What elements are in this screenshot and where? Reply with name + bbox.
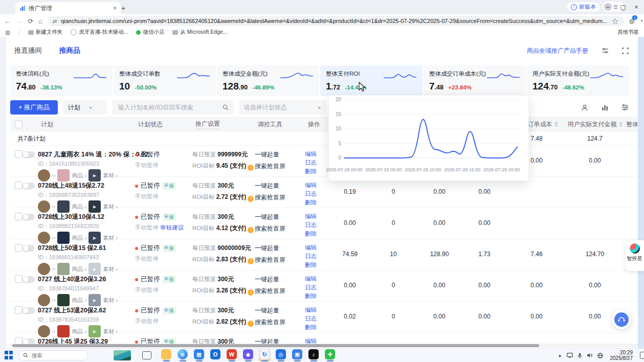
product-manual-link[interactable]: 商品全域推广产品手册 bbox=[527, 47, 588, 55]
one-key-boost[interactable]: 一键起量 bbox=[255, 306, 305, 315]
plan-title[interactable]: 0728线上30退10保4.12 bbox=[38, 213, 135, 221]
task-view-button[interactable] bbox=[142, 351, 151, 359]
action-link[interactable]: 编辑 bbox=[305, 337, 329, 344]
microsoft-store[interactable]: ▦ bbox=[193, 349, 205, 361]
plan-title[interactable]: 0827 儿童雨衣 14% 退：20% 保：9.92 bbox=[38, 150, 135, 159]
new-version-badge[interactable]: !新版本 bbox=[567, 2, 600, 12]
search-top-screen[interactable]: 搜索抢首屏 bbox=[255, 318, 305, 327]
search-top-screen[interactable]: 搜索抢首屏 bbox=[255, 193, 305, 202]
home-icon[interactable]: ⌂ bbox=[38, 17, 42, 25]
reload-icon[interactable]: ⟳ bbox=[28, 17, 33, 25]
sort-icon[interactable] bbox=[619, 122, 623, 127]
action-link[interactable]: 编辑 bbox=[305, 182, 329, 189]
action-link[interactable]: 日志 bbox=[305, 221, 329, 229]
taskbar-clock[interactable]: 20:29 2025/8/27 bbox=[610, 350, 633, 361]
row-toggle[interactable] bbox=[23, 245, 35, 252]
stat-card-0[interactable]: 整体消耗(元) 74.80 -38.13% bbox=[10, 65, 113, 96]
outlook[interactable]: O bbox=[210, 349, 221, 361]
zhitouxing-floating-widget[interactable]: 智投星 bbox=[625, 240, 644, 271]
chart-columns-icon[interactable] bbox=[602, 104, 608, 111]
window-minimize-button[interactable]: − bbox=[600, 1, 615, 14]
plan-search-input[interactable] bbox=[117, 103, 223, 111]
row-checkbox[interactable] bbox=[15, 306, 23, 314]
app-blue-ring[interactable]: ◎ bbox=[275, 349, 286, 361]
bookmark-item[interactable]: 微信小店 bbox=[136, 29, 164, 36]
customer-service-button[interactable] bbox=[612, 310, 631, 329]
action-link[interactable]: 日志 bbox=[305, 253, 329, 260]
tray-chevron-up-icon[interactable]: ▲ bbox=[558, 353, 562, 358]
microphone-icon[interactable] bbox=[578, 353, 582, 358]
window-close-button[interactable]: × bbox=[629, 1, 644, 14]
wechat-mini-shop[interactable]: ✚ bbox=[324, 349, 336, 361]
select-all-checkbox[interactable] bbox=[15, 121, 23, 128]
row-checkbox[interactable] bbox=[15, 337, 23, 344]
row-checkbox[interactable] bbox=[15, 150, 23, 158]
action-link[interactable]: 编辑 bbox=[305, 213, 329, 220]
plan-status-select[interactable]: 请选择计划状态▾ bbox=[239, 100, 326, 115]
row-toggle[interactable] bbox=[23, 151, 35, 158]
one-key-boost[interactable]: 一键起量 bbox=[255, 275, 305, 284]
douyin[interactable]: ♪ bbox=[308, 349, 319, 361]
promote-product-button[interactable]: + 推广商品 bbox=[10, 100, 58, 115]
action-link[interactable]: 日志 bbox=[305, 159, 329, 167]
network-icon[interactable] bbox=[597, 353, 603, 358]
col-status[interactable]: 计划状态 bbox=[135, 120, 192, 129]
col-overall[interactable]: 整体 bbox=[623, 120, 638, 129]
plan-title[interactable]: 0727 线上53退20保2.62 bbox=[38, 306, 135, 315]
row-checkbox[interactable] bbox=[15, 182, 23, 189]
action-link[interactable]: 删除 bbox=[305, 324, 329, 331]
stat-card-2[interactable]: 整体成交金额(元) 128.90 -46.89% bbox=[217, 65, 319, 96]
app-purple[interactable]: ◆ bbox=[242, 349, 254, 361]
bookmark-item[interactable]: 从 Microsoft Edge... bbox=[172, 29, 227, 36]
wps-office[interactable]: W bbox=[226, 349, 237, 361]
stat-card-4[interactable]: 整体成交订单成本(元) 7.48 +23.84% bbox=[424, 65, 526, 96]
row-checkbox[interactable] bbox=[15, 275, 23, 283]
tab-live-room[interactable]: 推直播间 bbox=[14, 46, 42, 55]
fullscreen-icon[interactable] bbox=[622, 48, 629, 54]
bookmark-item[interactable]: 虎牙直播-技术驱动... bbox=[71, 29, 128, 36]
row-toggle[interactable] bbox=[23, 183, 35, 189]
col-plan[interactable]: 计划 bbox=[38, 120, 135, 129]
bookmark-item[interactable]: 新建文件夹 bbox=[28, 29, 63, 36]
one-key-boost[interactable]: 一键起量 bbox=[255, 337, 305, 344]
row-checkbox[interactable] bbox=[15, 213, 23, 220]
row-toggle[interactable] bbox=[23, 214, 35, 220]
action-link[interactable]: 删除 bbox=[305, 230, 329, 238]
extension-icon[interactable]: ◍1 bbox=[629, 17, 634, 25]
url-field[interactable]: ⇄ qianchuan.jinritemai.com/uni-prom?aavi… bbox=[48, 16, 624, 26]
one-key-boost[interactable]: 一键起量 bbox=[255, 182, 305, 190]
back-icon[interactable]: ← bbox=[4, 17, 11, 25]
col-ops[interactable]: 操作 bbox=[305, 120, 329, 129]
row-checkbox[interactable] bbox=[15, 244, 23, 252]
extensions-puzzle-icon[interactable]: ◔ bbox=[639, 17, 643, 25]
action-link[interactable]: 编辑 bbox=[305, 244, 329, 252]
page-scrollbar[interactable] bbox=[638, 37, 644, 349]
action-link[interactable]: 编辑 bbox=[305, 306, 329, 314]
action-link[interactable]: 日志 bbox=[305, 284, 329, 291]
tab-close-icon[interactable]: × bbox=[113, 5, 117, 12]
notification-center-icon[interactable] bbox=[640, 352, 644, 359]
action-link[interactable]: 编辑 bbox=[305, 150, 329, 158]
stat-card-3[interactable]: 整体支付ROI 1.72 -14.43% bbox=[320, 65, 423, 96]
action-link[interactable]: 日志 bbox=[305, 190, 329, 198]
monitor-icon[interactable] bbox=[567, 353, 573, 358]
stat-card-5[interactable]: 用户实际支付金额(元) 124.70 -48.62% bbox=[527, 65, 629, 96]
other-bookmarks-folder[interactable]: 其他书签 bbox=[615, 29, 639, 36]
tab-product[interactable]: 推商品 bbox=[59, 46, 80, 55]
col-pay[interactable]: 用户实际支付金额 bbox=[567, 120, 623, 129]
taskbar-search[interactable] bbox=[18, 350, 88, 360]
qianchuan-active-app[interactable]: ↻ bbox=[259, 349, 270, 361]
search-icon[interactable] bbox=[223, 104, 229, 110]
account-manage-icon[interactable] bbox=[581, 104, 588, 111]
plan-title[interactable]: 0728线上48退15保2.72 bbox=[38, 182, 135, 190]
search-top-screen[interactable]: 搜索抢首屏 bbox=[255, 256, 305, 264]
plan-title[interactable]: 0728线上50退15 保2.61 bbox=[38, 244, 135, 253]
action-link[interactable]: 删除 bbox=[305, 261, 329, 269]
app-blue[interactable]: ▣ bbox=[292, 349, 303, 361]
one-key-boost[interactable]: 一键起量 bbox=[255, 244, 305, 253]
row-toggle[interactable] bbox=[23, 276, 35, 283]
sort-icon[interactable] bbox=[554, 122, 558, 127]
file-explorer[interactable] bbox=[161, 349, 172, 361]
plan-title[interactable]: 0727 线上40退20保3.26 bbox=[38, 275, 135, 284]
edge-browser[interactable]: e bbox=[177, 349, 188, 361]
